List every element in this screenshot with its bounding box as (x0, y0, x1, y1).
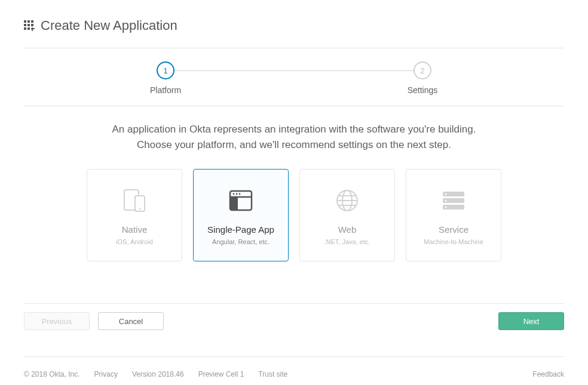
svg-rect-1 (27, 20, 30, 23)
footer-trust-link[interactable]: Trust site (258, 370, 287, 378)
footer-feedback-link[interactable]: Feedback (532, 370, 564, 378)
card-web[interactable]: Web .NET, Java, etc. (299, 169, 395, 261)
step-platform[interactable]: 1 Platform (133, 61, 198, 95)
footer-cell: Preview Cell 1 (198, 370, 244, 378)
card-title: Single-Page App (207, 224, 274, 235)
svg-point-10 (139, 208, 141, 210)
service-icon (440, 185, 467, 216)
platform-cards: Native iOS, Android Single-Page App Angu… (24, 169, 564, 267)
footer-privacy-link[interactable]: Privacy (94, 370, 118, 378)
apps-grid-icon (24, 20, 35, 31)
svg-rect-2 (31, 20, 33, 23)
wizard-actions: Previous Cancel Next (24, 303, 564, 338)
card-title: Web (338, 224, 357, 235)
card-single-page-app[interactable]: Single-Page App Angular, React, etc. (193, 169, 289, 261)
svg-point-14 (236, 193, 238, 195)
card-subtitle: .NET, Java, etc. (324, 238, 370, 245)
svg-rect-4 (27, 24, 30, 26)
svg-rect-3 (24, 24, 26, 26)
stepper-connector (166, 70, 422, 71)
step-circle: 2 (414, 61, 431, 79)
footer-copyright: © 2018 Okta, Inc. (24, 370, 80, 378)
page-footer: © 2018 Okta, Inc. Privacy Version 2018.4… (24, 356, 564, 385)
spa-icon (229, 185, 253, 216)
step-label: Platform (150, 85, 181, 95)
wizard-description: An application in Okta represents an int… (24, 106, 564, 169)
previous-button: Previous (24, 312, 90, 330)
svg-rect-6 (24, 27, 26, 30)
web-icon (335, 185, 359, 216)
step-label: Settings (408, 85, 438, 95)
next-button[interactable]: Next (498, 312, 564, 330)
svg-point-26 (445, 200, 447, 202)
description-line: Choose your platform, and we'll recommen… (24, 137, 564, 153)
card-subtitle: Angular, React, etc. (212, 238, 270, 245)
native-icon (121, 185, 148, 216)
svg-rect-0 (24, 20, 26, 23)
step-circle: 1 (157, 61, 174, 79)
svg-rect-16 (230, 197, 238, 210)
svg-point-25 (445, 193, 447, 195)
footer-version: Version 2018.46 (132, 370, 184, 378)
card-service[interactable]: Service Machine-to-Machine (406, 169, 501, 261)
card-native[interactable]: Native iOS, Android (87, 169, 182, 261)
card-subtitle: Machine-to-Machine (424, 238, 483, 245)
svg-rect-7 (27, 27, 30, 30)
svg-point-15 (239, 193, 241, 195)
cancel-button[interactable]: Cancel (98, 312, 164, 330)
card-subtitle: iOS, Android (116, 238, 153, 245)
card-title: Native (122, 224, 148, 235)
step-settings[interactable]: 2 Settings (390, 61, 455, 95)
card-title: Service (439, 224, 468, 235)
wizard-stepper: 1 Platform 2 Settings (24, 48, 564, 106)
page-header: Create New Application (24, 0, 564, 48)
page-title: Create New Application (41, 18, 177, 33)
svg-rect-5 (31, 24, 33, 26)
svg-point-13 (233, 193, 235, 195)
description-line: An application in Okta represents an int… (24, 122, 564, 137)
svg-point-27 (445, 207, 447, 208)
